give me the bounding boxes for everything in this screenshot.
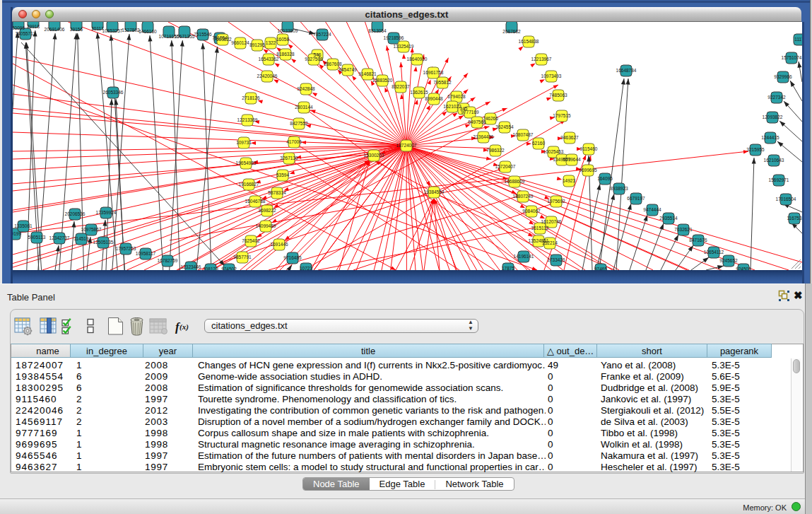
svg-text:1615112: 1615112 — [531, 226, 549, 230]
svg-text:53594: 53594 — [276, 173, 289, 177]
svg-text:12213369: 12213369 — [237, 117, 258, 122]
svg-text:16648784: 16648784 — [616, 68, 637, 73]
svg-text:7625402: 7625402 — [242, 238, 260, 243]
svg-text:9660124: 9660124 — [231, 40, 249, 45]
svg-text:12213967: 12213967 — [531, 57, 552, 62]
svg-text:1975692: 1975692 — [547, 199, 565, 204]
svg-text:3624554: 3624554 — [495, 124, 514, 129]
svg-text:19654983: 19654983 — [236, 160, 257, 165]
svg-text:12505135: 12505135 — [93, 240, 114, 245]
svg-text:1335061: 1335061 — [14, 223, 33, 228]
svg-text:12093822: 12093822 — [763, 115, 783, 119]
svg-text:1244415: 1244415 — [761, 135, 779, 140]
svg-text:116753: 116753 — [787, 216, 802, 221]
svg-text:9227342: 9227342 — [767, 95, 786, 100]
svg-text:18724007: 18724007 — [396, 143, 417, 148]
svg-text:20691406: 20691406 — [45, 27, 65, 32]
svg-text:8322037: 8322037 — [392, 84, 410, 89]
svg-text:1691446: 1691446 — [270, 242, 288, 247]
svg-text:7515546: 7515546 — [194, 32, 212, 37]
svg-text:16154838: 16154838 — [519, 39, 539, 44]
svg-text:10025453: 10025453 — [543, 149, 564, 154]
svg-text:8990448: 8990448 — [425, 96, 443, 101]
svg-text:2935514: 2935514 — [659, 216, 678, 221]
svg-text:9327508: 9327508 — [305, 57, 323, 62]
svg-text:16782759: 16782759 — [158, 258, 178, 263]
svg-text:14055713: 14055713 — [16, 31, 36, 36]
svg-text:114519: 114519 — [73, 236, 89, 241]
svg-text:13325419: 13325419 — [394, 44, 414, 49]
svg-text:39199: 39199 — [13, 231, 21, 236]
svg-text:8454749: 8454749 — [339, 67, 357, 72]
svg-text:10671355: 10671355 — [175, 34, 195, 39]
svg-text:14923: 14923 — [563, 178, 575, 183]
svg-text:16046788: 16046788 — [245, 199, 266, 204]
svg-text:15300203: 15300203 — [364, 153, 384, 158]
svg-text:10973493: 10973493 — [541, 74, 562, 78]
svg-text:9463627: 9463627 — [560, 135, 579, 140]
svg-text:2718126: 2718126 — [242, 95, 260, 100]
svg-text:26053346: 26053346 — [103, 90, 124, 95]
svg-text:62160: 62160 — [532, 141, 545, 146]
svg-text:16210643: 16210643 — [764, 158, 784, 163]
svg-text:17957253: 17957253 — [116, 246, 136, 251]
svg-text:6466160: 6466160 — [139, 29, 157, 34]
svg-text:1322: 1322 — [266, 40, 276, 45]
svg-text:16058: 16058 — [276, 37, 289, 42]
svg-text:6679197: 6679197 — [627, 196, 645, 201]
svg-text:(x): (x) — [180, 322, 189, 332]
svg-text:19166827: 19166827 — [239, 182, 259, 187]
svg-text:10958117: 10958117 — [136, 251, 156, 256]
svg-text:10807487: 10807487 — [513, 132, 534, 137]
svg-text:10975867: 10975867 — [81, 227, 102, 232]
svg-text:19384554: 19384554 — [424, 189, 445, 194]
svg-text:891295: 891295 — [249, 42, 265, 47]
svg-text:16543362: 16543362 — [259, 57, 279, 62]
svg-text:9329966: 9329966 — [774, 74, 792, 79]
svg-text:9115460: 9115460 — [580, 146, 598, 151]
svg-text:29156: 29156 — [70, 27, 83, 32]
svg-text:18807249: 18807249 — [513, 194, 534, 199]
svg-text:19218596: 19218596 — [384, 35, 404, 40]
svg-text:9699695: 9699695 — [579, 168, 597, 173]
svg-text:417006: 417006 — [286, 139, 302, 144]
svg-text:9146821: 9146821 — [358, 71, 377, 76]
svg-text:7663822: 7663822 — [213, 37, 232, 42]
svg-text:6794028: 6794028 — [447, 94, 466, 99]
svg-text:2687682: 2687682 — [502, 29, 521, 34]
svg-text:16033809: 16033809 — [278, 28, 298, 33]
svg-text:7632621: 7632621 — [674, 227, 693, 232]
svg-text:9579644: 9579644 — [563, 157, 581, 162]
svg-text:2867608: 2867608 — [324, 62, 342, 66]
svg-text:1527802: 1527802 — [122, 28, 140, 33]
svg-text:8186328: 8186328 — [276, 52, 295, 57]
svg-text:9857791: 9857791 — [233, 255, 252, 259]
svg-text:12323446: 12323446 — [181, 264, 201, 269]
svg-text:16961758: 16961758 — [423, 70, 444, 75]
svg-text:1733426: 1733426 — [547, 257, 565, 262]
svg-text:15751074: 15751074 — [782, 55, 802, 60]
svg-text:5878314: 5878314 — [268, 190, 286, 195]
svg-text:18640910: 18640910 — [407, 57, 428, 62]
svg-text:2803144: 2803144 — [295, 105, 313, 110]
svg-text:9242848: 9242848 — [297, 86, 315, 91]
svg-text:164095: 164095 — [597, 176, 613, 181]
svg-text:1117: 1117 — [794, 37, 802, 42]
svg-text:3215955: 3215955 — [746, 147, 765, 152]
svg-text:14099489: 14099489 — [256, 223, 276, 228]
svg-text:1621022: 1621022 — [443, 104, 461, 109]
svg-text:8427552: 8427552 — [290, 121, 308, 126]
svg-text:7955812: 7955812 — [433, 80, 452, 85]
svg-text:17016504: 17016504 — [776, 197, 796, 201]
svg-text:7857224: 7857224 — [313, 32, 331, 37]
svg-text:1797515: 1797515 — [553, 113, 571, 118]
svg-text:20099: 20099 — [13, 25, 25, 30]
svg-text:29918: 29918 — [27, 24, 40, 29]
svg-text:9474444: 9474444 — [643, 207, 661, 212]
svg-text:22420046: 22420046 — [257, 74, 278, 78]
svg-text:6497568: 6497568 — [468, 119, 486, 124]
svg-text:10654112: 10654112 — [704, 250, 724, 255]
svg-text:7986322: 7986322 — [486, 148, 505, 153]
svg-text:15883520: 15883520 — [372, 78, 393, 83]
svg-text:9084067: 9084067 — [522, 209, 541, 214]
